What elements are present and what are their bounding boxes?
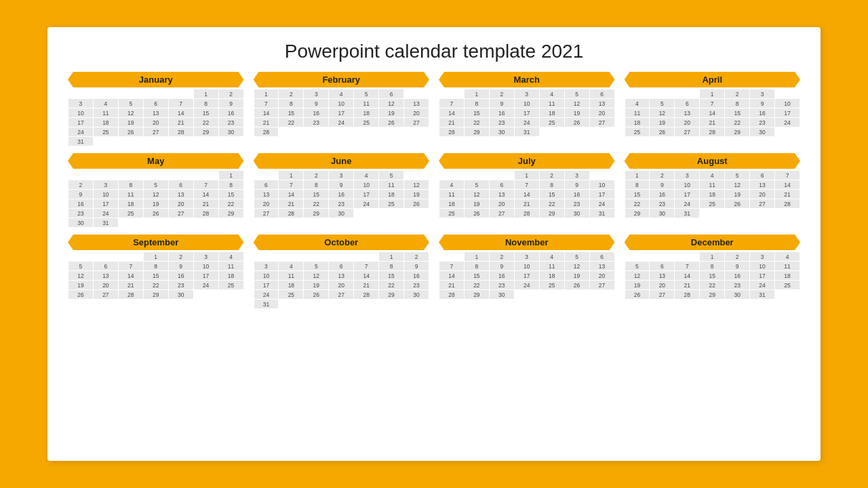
- day-cell: 21: [439, 118, 465, 127]
- day-cell: 3: [329, 171, 354, 180]
- day-cell: 4: [439, 180, 465, 190]
- table-row: 25262728293031: [439, 209, 615, 218]
- day-cell: 14: [354, 271, 379, 281]
- table-row: 12345: [254, 171, 429, 180]
- empty-cell: [68, 171, 94, 180]
- empty-cell: [439, 252, 465, 262]
- month-block-january: January123456789101112131415161718192021…: [68, 72, 244, 146]
- empty-cell: [254, 252, 279, 262]
- day-cell: 14: [193, 190, 218, 199]
- day-cell: 6: [379, 89, 404, 99]
- day-cell: 5: [118, 99, 143, 108]
- day-cell: 28: [118, 290, 143, 300]
- day-cell: 12: [564, 262, 589, 271]
- day-cell: 13: [675, 108, 700, 118]
- day-cell: 15: [304, 190, 329, 199]
- day-cell: 5: [68, 262, 94, 271]
- month-block-february: February12345678910111213141516171819202…: [254, 72, 430, 146]
- day-cell: 7: [279, 180, 304, 190]
- empty-cell: [439, 89, 465, 99]
- empty-cell: [193, 137, 218, 146]
- empty-cell: [775, 290, 800, 300]
- table-row: 16171819202122: [68, 199, 244, 209]
- empty-cell: [118, 89, 143, 99]
- table-row: 293031: [625, 209, 800, 218]
- month-header-april: April: [625, 72, 801, 87]
- calendar-grid: January123456789101112131415161718192021…: [68, 72, 800, 309]
- day-cell: 31: [93, 218, 118, 228]
- day-cell: 13: [143, 108, 168, 118]
- day-cell: 28: [254, 127, 279, 137]
- day-cell: 9: [404, 262, 429, 271]
- day-cell: 13: [650, 271, 675, 281]
- day-cell: 27: [750, 199, 775, 209]
- day-cell: 29: [143, 290, 168, 300]
- day-cell: 3: [514, 252, 539, 262]
- day-cell: 24: [68, 127, 94, 137]
- day-cell: 24: [675, 199, 700, 209]
- day-cell: 16: [750, 108, 775, 118]
- day-cell: 16: [650, 190, 675, 199]
- day-cell: 12: [68, 271, 94, 281]
- day-cell: 2: [489, 252, 514, 262]
- day-cell: 22: [725, 118, 750, 127]
- table-row: 23242526272829: [68, 209, 244, 218]
- day-cell: 11: [625, 108, 650, 118]
- day-cell: 23: [168, 281, 193, 290]
- day-cell: 15: [464, 108, 489, 118]
- table-row: 20212223242526: [254, 199, 429, 209]
- day-cell: 2: [218, 89, 243, 99]
- day-cell: 1: [464, 89, 489, 99]
- day-cell: 27: [589, 118, 614, 127]
- day-cell: 23: [725, 281, 750, 290]
- day-cell: 4: [700, 171, 725, 180]
- day-cell: 18: [775, 271, 800, 281]
- day-cell: 26: [143, 209, 168, 218]
- day-cell: 12: [304, 271, 329, 281]
- day-cell: 16: [489, 108, 514, 118]
- empty-cell: [354, 127, 379, 137]
- empty-cell: [404, 300, 429, 309]
- day-cell: 7: [439, 262, 465, 271]
- day-cell: 11: [539, 99, 564, 108]
- day-cell: 20: [675, 118, 700, 127]
- empty-cell: [379, 127, 404, 137]
- table-row: 22232425262728: [625, 199, 800, 209]
- day-cell: 6: [168, 180, 193, 190]
- empty-cell: [304, 252, 329, 262]
- day-cell: 2: [489, 89, 514, 99]
- empty-cell: [118, 218, 143, 228]
- day-cell: 15: [193, 108, 218, 118]
- day-cell: 25: [218, 281, 243, 290]
- day-cell: 7: [775, 171, 800, 180]
- day-cell: 3: [93, 180, 118, 190]
- day-cell: 24: [354, 199, 379, 209]
- day-cell: 20: [93, 281, 118, 290]
- month-block-july: July123456789101112131415161718192021222…: [439, 153, 615, 228]
- day-cell: 30: [489, 290, 514, 300]
- day-cell: 10: [193, 262, 218, 271]
- day-cell: 13: [254, 190, 279, 199]
- day-cell: 13: [589, 262, 614, 271]
- empty-cell: [193, 218, 218, 228]
- day-cell: 6: [93, 262, 118, 271]
- day-cell: 8: [193, 99, 218, 108]
- day-cell: 25: [439, 209, 465, 218]
- table-row: 567891011: [68, 262, 244, 271]
- table-row: 78910111213: [254, 99, 429, 108]
- day-cell: 11: [354, 99, 379, 108]
- table-row: 15161718192021: [625, 190, 800, 199]
- month-block-september: September1234567891011121314151617181920…: [68, 235, 244, 309]
- month-header-november: November: [439, 235, 615, 250]
- day-cell: 20: [143, 118, 168, 127]
- table-row: 123: [439, 171, 615, 180]
- day-cell: 17: [254, 281, 279, 290]
- day-cell: 24: [589, 199, 614, 209]
- day-cell: 21: [700, 118, 725, 127]
- table-row: 262728293031: [625, 290, 800, 300]
- day-cell: 12: [143, 190, 168, 199]
- day-cell: 10: [93, 190, 118, 199]
- day-cell: 5: [354, 89, 379, 99]
- day-cell: 18: [118, 199, 143, 209]
- day-cell: 10: [514, 99, 539, 108]
